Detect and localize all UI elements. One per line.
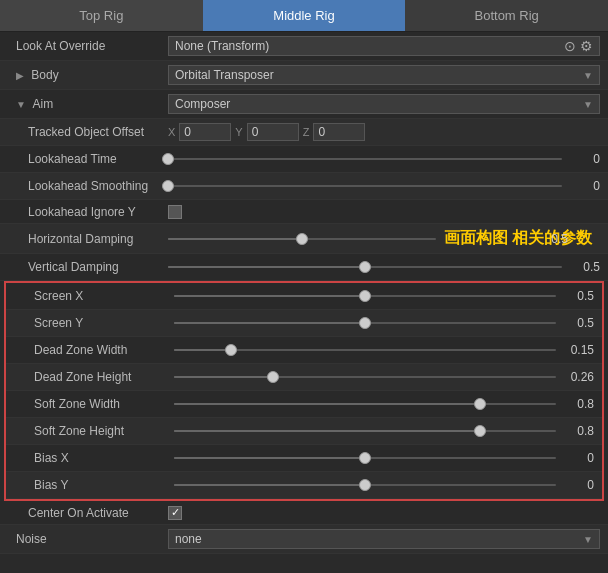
bias-y-fill: [174, 484, 365, 486]
lookahead-time-label: Lookahead Time: [8, 152, 168, 166]
screen-x-slider[interactable]: [174, 287, 556, 305]
lookahead-ignore-y-checkbox[interactable]: [168, 205, 182, 219]
tracked-object-offset-value: X Y Z: [168, 123, 600, 141]
bias-x-value-text: 0: [556, 451, 594, 465]
dead-zone-height-fill: [174, 376, 273, 378]
z-input[interactable]: [313, 123, 365, 141]
soft-zone-width-value: 0.8: [174, 395, 594, 413]
lookahead-smoothing-value-text: 0: [562, 179, 600, 193]
tab-bar: Top Rig Middle Rig Bottom Rig: [0, 0, 608, 32]
y-input[interactable]: [247, 123, 299, 141]
lookahead-ignore-y-value: [168, 205, 600, 219]
horizontal-damping-fill: [168, 238, 302, 240]
body-collapse-icon[interactable]: ▶: [16, 70, 24, 81]
content-area: Look At Override None (Transform) ⊙ ⚙ ▶ …: [0, 32, 608, 554]
bias-x-fill: [174, 457, 365, 459]
vertical-damping-thumb[interactable]: [359, 261, 371, 273]
center-on-activate-checkbox[interactable]: ✓: [168, 506, 182, 520]
dead-zone-height-thumb[interactable]: [267, 371, 279, 383]
horizontal-damping-thumb[interactable]: [296, 233, 308, 245]
lookahead-smoothing-row: Lookahead Smoothing 0: [0, 173, 608, 200]
aim-dropdown-arrow: ▼: [583, 99, 593, 110]
soft-zone-height-value-text: 0.8: [556, 424, 594, 438]
x-input[interactable]: [179, 123, 231, 141]
dead-zone-width-value: 0.15: [174, 341, 594, 359]
dead-zone-width-thumb[interactable]: [225, 344, 237, 356]
screen-y-row: Screen Y 0.5: [6, 310, 602, 337]
screen-x-fill: [174, 295, 365, 297]
tracked-object-offset-label: Tracked Object Offset: [8, 125, 168, 139]
noise-label: Noise: [8, 532, 168, 546]
dead-zone-height-slider[interactable]: [174, 368, 556, 386]
dead-zone-width-slider[interactable]: [174, 341, 556, 359]
lookahead-time-row: Lookahead Time 0: [0, 146, 608, 173]
lookahead-ignore-y-row: Lookahead Ignore Y: [0, 200, 608, 224]
screen-y-label: Screen Y: [14, 316, 174, 330]
lookahead-smoothing-thumb[interactable]: [162, 180, 174, 192]
dead-zone-width-track: [174, 349, 556, 351]
look-at-override-value: None (Transform) ⊙ ⚙: [168, 36, 600, 56]
body-dropdown[interactable]: Orbital Transposer ▼: [168, 65, 600, 85]
noise-dropdown[interactable]: none ▼: [168, 529, 600, 549]
y-label: Y: [235, 126, 242, 138]
tab-middle-rig[interactable]: Middle Rig: [203, 0, 406, 31]
lookahead-smoothing-slider[interactable]: [168, 177, 562, 195]
bias-y-thumb[interactable]: [359, 479, 371, 491]
horizontal-damping-track: [168, 238, 436, 240]
bias-y-value-text: 0: [556, 478, 594, 492]
dead-zone-height-label: Dead Zone Height: [14, 370, 174, 384]
soft-zone-height-label: Soft Zone Height: [14, 424, 174, 438]
screen-x-value: 0.5: [174, 287, 594, 305]
lookahead-smoothing-label: Lookahead Smoothing: [8, 179, 168, 193]
soft-zone-width-label: Soft Zone Width: [14, 397, 174, 411]
annotation-text: 画面构图 相关的参数: [436, 228, 600, 249]
soft-zone-height-thumb[interactable]: [474, 425, 486, 437]
soft-zone-height-slider[interactable]: [174, 422, 556, 440]
center-on-activate-label: Center On Activate: [8, 506, 168, 520]
soft-zone-width-thumb[interactable]: [474, 398, 486, 410]
composition-params-box: Screen X 0.5 Screen Y: [4, 281, 604, 501]
aim-row: ▼ Aim Composer ▼: [0, 90, 608, 119]
screen-y-track: [174, 322, 556, 324]
soft-zone-width-slider[interactable]: [174, 395, 556, 413]
bias-y-value: 0: [174, 476, 594, 494]
screen-y-thumb[interactable]: [359, 317, 371, 329]
look-at-override-label: Look At Override: [8, 39, 168, 53]
aim-dropdown[interactable]: Composer ▼: [168, 94, 600, 114]
lookahead-time-thumb[interactable]: [162, 153, 174, 165]
screen-x-thumb[interactable]: [359, 290, 371, 302]
soft-zone-width-value-text: 0.8: [556, 397, 594, 411]
center-on-activate-value: ✓: [168, 506, 600, 520]
bias-x-thumb[interactable]: [359, 452, 371, 464]
horizontal-damping-slider[interactable]: [168, 230, 436, 248]
dead-zone-width-fill: [174, 349, 231, 351]
bias-y-row: Bias Y 0: [6, 472, 602, 499]
soft-zone-height-row: Soft Zone Height 0.8: [6, 418, 602, 445]
lookahead-time-slider[interactable]: [168, 150, 562, 168]
bias-x-track: [174, 457, 556, 459]
aim-collapse-icon[interactable]: ▼: [16, 99, 26, 110]
dead-zone-width-row: Dead Zone Width 0.15: [6, 337, 602, 364]
tab-bottom-rig[interactable]: Bottom Rig: [405, 0, 608, 31]
look-at-override-dropdown[interactable]: None (Transform) ⊙ ⚙: [168, 36, 600, 56]
bias-x-value: 0: [174, 449, 594, 467]
lookahead-ignore-y-label: Lookahead Ignore Y: [8, 205, 168, 219]
screen-y-value-text: 0.5: [556, 316, 594, 330]
bias-y-slider[interactable]: [174, 476, 556, 494]
vertical-damping-fill: [168, 266, 365, 268]
target-icon[interactable]: ⊙: [564, 38, 576, 54]
horizontal-damping-label: Horizontal Damping: [8, 232, 168, 246]
vertical-damping-slider[interactable]: [168, 258, 562, 276]
screen-y-slider[interactable]: [174, 314, 556, 332]
gear-icon[interactable]: ⚙: [580, 38, 593, 54]
vertical-damping-row: Vertical Damping 0.5: [0, 254, 608, 281]
aim-value: Composer ▼: [168, 94, 600, 114]
tab-top-rig[interactable]: Top Rig: [0, 0, 203, 31]
screen-x-row: Screen X 0.5: [6, 283, 602, 310]
soft-zone-width-fill: [174, 403, 480, 405]
body-row: ▶ Body Orbital Transposer ▼: [0, 61, 608, 90]
z-label: Z: [303, 126, 310, 138]
horizontal-damping-value-text: 0.5: [530, 232, 568, 246]
look-at-override-icons: ⊙ ⚙: [564, 38, 593, 54]
bias-x-slider[interactable]: [174, 449, 556, 467]
